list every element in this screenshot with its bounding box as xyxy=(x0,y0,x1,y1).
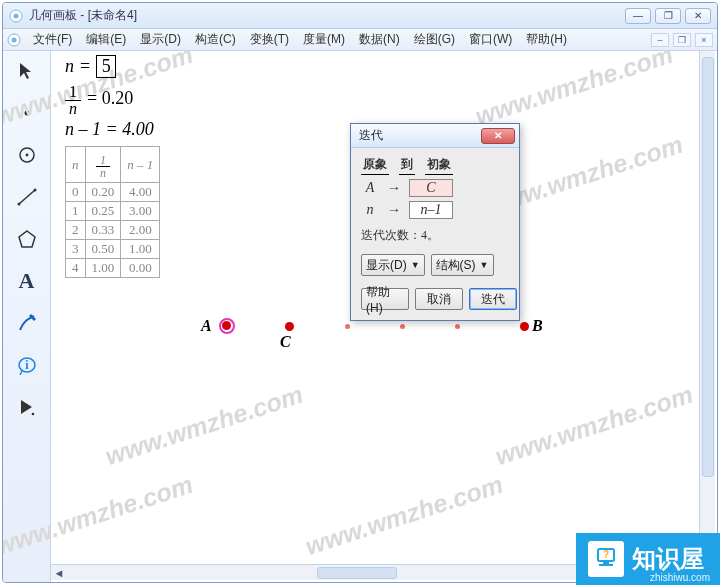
menu-display[interactable]: 显示(D) xyxy=(134,29,187,50)
branding-text: 知识屋 xyxy=(632,543,704,575)
display-menu-button[interactable]: 显示(D)▼ xyxy=(361,254,425,276)
table-row: 20.332.00 xyxy=(66,221,160,240)
window-title: 几何画板 - [未命名4] xyxy=(29,7,625,24)
doc-minimize-button[interactable]: – xyxy=(651,33,669,47)
app-icon-small xyxy=(7,33,21,47)
n-value-box[interactable]: 5 xyxy=(96,55,116,78)
dialog-title: 迭代 xyxy=(359,127,481,144)
tool-info[interactable]: i xyxy=(11,351,43,379)
label-B[interactable]: B xyxy=(532,317,543,335)
menu-help[interactable]: 帮助(H) xyxy=(520,29,573,50)
tool-text[interactable]: A xyxy=(11,267,43,295)
menu-graph[interactable]: 绘图(G) xyxy=(408,29,461,50)
tool-point[interactable] xyxy=(11,99,43,127)
svg-point-9 xyxy=(33,189,36,192)
tool-line[interactable] xyxy=(11,183,43,211)
dialog-close-button[interactable]: ✕ xyxy=(481,128,515,144)
dialog-titlebar[interactable]: 迭代 ✕ xyxy=(351,124,519,148)
scrollbar-thumb[interactable] xyxy=(317,567,397,579)
app-icon xyxy=(9,9,23,23)
svg-line-7 xyxy=(19,190,35,204)
point-C[interactable] xyxy=(285,322,294,331)
menu-window[interactable]: 窗口(W) xyxy=(463,29,518,50)
iteration-count: 迭代次数：4。 xyxy=(361,227,509,244)
label-C[interactable]: C xyxy=(280,333,291,351)
toolbox: A i xyxy=(3,51,51,582)
tool-arrow[interactable] xyxy=(11,57,43,85)
vertical-scrollbar[interactable] xyxy=(699,51,715,564)
main-window: 几何画板 - [未命名4] — ❐ ✕ 文件(F) 编辑(E) 显示(D) 构造… xyxy=(2,2,718,583)
svg-rect-16 xyxy=(603,561,609,564)
iteration-table[interactable]: n 1n n – 1 00.204.00 10.253.00 20.332.00… xyxy=(65,146,160,278)
arrow-icon: → xyxy=(387,180,401,196)
table-row: 00.204.00 xyxy=(66,183,160,202)
branding-badge: ? 知识屋 zhishiwu.com xyxy=(576,533,720,585)
map-target-input[interactable]: C xyxy=(409,179,453,197)
parameter-n[interactable]: n = 5 xyxy=(65,55,160,78)
svg-text:?: ? xyxy=(603,549,609,560)
svg-point-13 xyxy=(31,413,34,416)
svg-point-8 xyxy=(17,203,20,206)
map-target-input[interactable]: n–1 xyxy=(409,201,453,219)
point-A[interactable] xyxy=(222,321,231,330)
table-header: 1n xyxy=(85,147,121,183)
content-area: A i www.wmzhe.com www.wmzhe.com www.wmzh… xyxy=(3,51,717,582)
table-row: 10.253.00 xyxy=(66,202,160,221)
menu-construct[interactable]: 构造(C) xyxy=(189,29,242,50)
iterated-point[interactable] xyxy=(455,324,460,329)
calc-reciprocal[interactable]: 1 n = 0.20 xyxy=(65,78,160,119)
tool-script[interactable] xyxy=(11,393,43,421)
menu-data[interactable]: 数据(N) xyxy=(353,29,406,50)
svg-point-1 xyxy=(14,13,19,18)
calc-n-minus-1[interactable]: n – 1 = 4.00 xyxy=(65,119,160,140)
iterate-dialog: 迭代 ✕ 原象 到 初象 A → C n xyxy=(350,123,520,321)
svg-marker-10 xyxy=(19,231,35,247)
menubar: 文件(F) 编辑(E) 显示(D) 构造(C) 变换(T) 度量(M) 数据(N… xyxy=(3,29,717,51)
svg-point-6 xyxy=(25,154,28,157)
titlebar: 几何画板 - [未命名4] — ❐ ✕ xyxy=(3,3,717,29)
table-row: 30.501.00 xyxy=(66,240,160,259)
minimize-button[interactable]: — xyxy=(625,8,651,24)
scrollbar-thumb[interactable] xyxy=(702,57,714,477)
structure-menu-button[interactable]: 结构(S)▼ xyxy=(431,254,494,276)
scroll-left-icon[interactable]: ◄ xyxy=(51,565,67,581)
menu-edit[interactable]: 编辑(E) xyxy=(80,29,132,50)
label-A[interactable]: A xyxy=(201,317,212,335)
iterated-point[interactable] xyxy=(345,324,350,329)
maximize-button[interactable]: ❐ xyxy=(655,8,681,24)
cancel-button[interactable]: 取消 xyxy=(415,288,463,310)
svg-point-3 xyxy=(12,37,17,42)
iterate-button[interactable]: 迭代 xyxy=(469,288,517,310)
svg-rect-17 xyxy=(599,564,613,566)
point-B[interactable] xyxy=(520,322,529,331)
menu-measure[interactable]: 度量(M) xyxy=(297,29,351,50)
menu-transform[interactable]: 变换(T) xyxy=(244,29,295,50)
svg-point-4 xyxy=(24,111,29,116)
table-header: n xyxy=(66,147,86,183)
close-button[interactable]: ✕ xyxy=(685,8,711,24)
menu-file[interactable]: 文件(F) xyxy=(27,29,78,50)
help-button[interactable]: 帮助(H) xyxy=(361,288,409,310)
canvas[interactable]: www.wmzhe.com www.wmzhe.com www.wmzhe.co… xyxy=(51,51,717,582)
watermark: www.wmzhe.com xyxy=(492,380,697,471)
math-area: n = 5 1 n = 0.20 n – 1 = 4.00 n xyxy=(65,55,160,278)
table-header: n – 1 xyxy=(121,147,160,183)
arrow-icon: → xyxy=(387,202,401,218)
var-n: n xyxy=(65,56,74,77)
table-row: 41.000.00 xyxy=(66,259,160,278)
tool-pen[interactable] xyxy=(11,309,43,337)
chevron-down-icon: ▼ xyxy=(411,260,420,270)
chevron-down-icon: ▼ xyxy=(480,260,489,270)
doc-close-button[interactable]: × xyxy=(695,33,713,47)
map-row: A → C xyxy=(361,179,509,197)
iterated-point[interactable] xyxy=(400,324,405,329)
watermark: www.wmzhe.com xyxy=(102,380,307,471)
tool-circle[interactable] xyxy=(11,141,43,169)
watermark: www.wmzhe.com xyxy=(302,470,507,561)
watermark: www.wmzhe.com xyxy=(472,40,677,131)
branding-logo-icon: ? xyxy=(588,541,624,577)
doc-restore-button[interactable]: ❐ xyxy=(673,33,691,47)
branding-subtext: zhishiwu.com xyxy=(650,572,710,583)
map-header: 原象 到 初象 xyxy=(361,156,509,175)
tool-polygon[interactable] xyxy=(11,225,43,253)
